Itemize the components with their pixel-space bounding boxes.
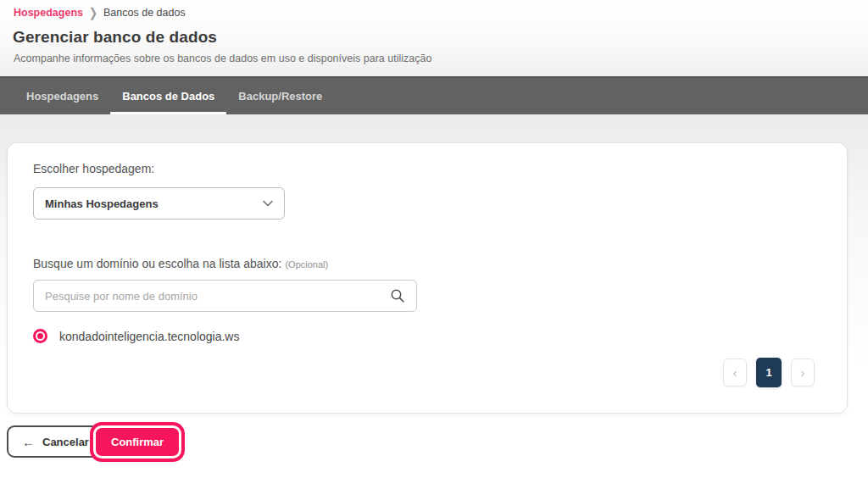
domain-search-input[interactable]	[45, 290, 383, 303]
hosting-select-value: Minhas Hospedagens	[45, 197, 159, 210]
cancel-button-label: Cancelar	[42, 436, 89, 448]
radio-dot	[37, 333, 43, 339]
pagination: ‹ 1 ›	[723, 358, 815, 387]
search-icon[interactable]	[390, 288, 405, 303]
hosting-select[interactable]: Minhas Hospedagens	[33, 187, 285, 220]
content-area: Escolher hospedagem: Minhas Hospedagens …	[0, 114, 868, 478]
chevron-right-icon: ›	[801, 365, 805, 380]
chevron-left-icon: ‹	[733, 365, 737, 380]
hosting-select-label: Escolher hospedagem:	[33, 162, 154, 175]
breadcrumb-current: Bancos de dados	[103, 7, 186, 19]
page-subtitle: Acompanhe informações sobre os bancos de…	[14, 53, 431, 64]
domain-option-row[interactable]: kondadointeligencia.tecnologia.ws	[33, 329, 239, 343]
page-header: Hospedagens ❯ Bancos de dados Gerenciar …	[0, 0, 868, 76]
domain-search-label: Busque um domínio ou escolha na lista ab…	[33, 257, 328, 270]
breadcrumb-separator-icon: ❯	[89, 5, 97, 20]
breadcrumb: Hospedagens ❯ Bancos de dados	[14, 7, 186, 19]
pagination-prev-button[interactable]: ‹	[723, 358, 747, 386]
database-selection-card: Escolher hospedagem: Minhas Hospedagens …	[7, 142, 848, 414]
breadcrumb-link-hospedagens[interactable]: Hospedagens	[14, 7, 83, 19]
domain-search-label-text: Busque um domínio ou escolha na lista ab…	[33, 257, 281, 270]
radio-selected-icon[interactable]	[33, 329, 47, 343]
domain-option-label: kondadointeligencia.tecnologia.ws	[59, 330, 239, 343]
page-title: Gerenciar banco de dados	[13, 28, 217, 47]
tab-backup-restore[interactable]: Backup/Restore	[226, 78, 334, 114]
chevron-down-icon	[263, 200, 273, 207]
pagination-current-page: 1	[765, 366, 771, 379]
domain-search-optional-text: (Opcional)	[285, 259, 328, 270]
cancel-button[interactable]: ← Cancelar	[7, 425, 104, 458]
tabbar: Hospedagens Bancos de Dados Backup/Resto…	[0, 76, 868, 114]
pagination-page-1-button[interactable]: 1	[756, 358, 782, 387]
tab-label: Bancos de Dados	[122, 90, 214, 103]
pagination-next-button[interactable]: ›	[791, 358, 815, 386]
tab-label: Backup/Restore	[238, 90, 322, 103]
confirm-button[interactable]: Confirmar	[96, 428, 179, 456]
domain-search-box	[33, 280, 417, 312]
tab-hospedagens[interactable]: Hospedagens	[14, 78, 110, 114]
tab-bancos-de-dados[interactable]: Bancos de Dados	[110, 78, 226, 114]
tab-label: Hospedagens	[26, 90, 98, 103]
back-arrow-icon: ←	[22, 435, 35, 449]
